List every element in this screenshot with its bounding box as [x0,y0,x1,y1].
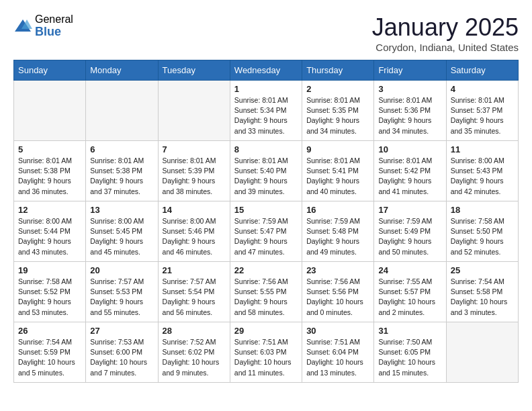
day-detail: Sunrise: 7:55 AMSunset: 5:57 PMDaylight:… [378,277,441,318]
logo-text: General Blue [35,13,73,38]
calendar-cell: 28Sunrise: 7:52 AMSunset: 6:02 PMDayligh… [158,322,230,383]
day-number: 18 [451,205,514,215]
calendar-cell: 21Sunrise: 7:57 AMSunset: 5:54 PMDayligh… [158,262,230,322]
logo-blue: Blue [35,26,73,39]
day-number: 23 [306,265,369,275]
day-number: 25 [451,265,514,275]
calendar-cell [158,81,230,141]
day-detail: Sunrise: 8:01 AMSunset: 5:40 PMDaylight:… [234,156,298,197]
day-number: 26 [18,326,81,336]
calendar-week-2: 5Sunrise: 8:01 AMSunset: 5:38 PMDaylight… [14,141,519,201]
day-detail: Sunrise: 8:01 AMSunset: 5:39 PMDaylight:… [163,156,226,197]
logo-general: General [35,13,73,26]
day-detail: Sunrise: 7:56 AMSunset: 5:56 PMDaylight:… [306,277,369,318]
page-header: General Blue January 2025 Corydon, India… [13,13,519,53]
calendar-cell: 23Sunrise: 7:56 AMSunset: 5:56 PMDayligh… [302,262,374,322]
day-number: 12 [18,205,81,215]
day-detail: Sunrise: 8:01 AMSunset: 5:41 PMDaylight:… [306,156,369,197]
location: Corydon, Indiana, United States [372,42,519,53]
day-detail: Sunrise: 8:01 AMSunset: 5:36 PMDaylight:… [378,95,441,136]
day-detail: Sunrise: 7:50 AMSunset: 6:05 PMDaylight:… [378,337,441,378]
day-detail: Sunrise: 7:58 AMSunset: 5:50 PMDaylight:… [451,216,514,257]
calendar-cell [14,81,86,141]
calendar-week-5: 26Sunrise: 7:54 AMSunset: 5:59 PMDayligh… [14,322,519,383]
calendar-cell: 2Sunrise: 8:01 AMSunset: 5:35 PMDaylight… [302,81,374,141]
day-header-friday: Friday [374,60,446,81]
day-number: 21 [163,265,226,275]
calendar-cell: 24Sunrise: 7:55 AMSunset: 5:57 PMDayligh… [374,262,446,322]
day-header-thursday: Thursday [302,60,374,81]
calendar-cell: 25Sunrise: 7:54 AMSunset: 5:58 PMDayligh… [446,262,518,322]
calendar-cell: 15Sunrise: 7:59 AMSunset: 5:47 PMDayligh… [230,201,302,262]
day-number: 5 [18,144,81,154]
calendar-cell: 10Sunrise: 8:01 AMSunset: 5:42 PMDayligh… [374,141,446,201]
calendar-cell: 18Sunrise: 7:58 AMSunset: 5:50 PMDayligh… [446,201,518,262]
day-detail: Sunrise: 8:00 AMSunset: 5:46 PMDaylight:… [163,216,226,257]
calendar-cell: 29Sunrise: 7:51 AMSunset: 6:03 PMDayligh… [230,322,302,383]
calendar-table: SundayMondayTuesdayWednesdayThursdayFrid… [13,60,519,383]
day-detail: Sunrise: 7:52 AMSunset: 6:02 PMDaylight:… [163,337,226,378]
calendar-cell: 13Sunrise: 8:00 AMSunset: 5:45 PMDayligh… [86,201,158,262]
day-number: 31 [378,326,441,336]
day-number: 16 [306,205,369,215]
day-number: 9 [306,144,369,154]
calendar-cell: 22Sunrise: 7:56 AMSunset: 5:55 PMDayligh… [230,262,302,322]
calendar-cell: 3Sunrise: 8:01 AMSunset: 5:36 PMDaylight… [374,81,446,141]
calendar-cell: 30Sunrise: 7:51 AMSunset: 6:04 PMDayligh… [302,322,374,383]
calendar-cell: 17Sunrise: 7:59 AMSunset: 5:49 PMDayligh… [374,201,446,262]
day-detail: Sunrise: 7:57 AMSunset: 5:53 PMDaylight:… [90,277,153,318]
day-detail: Sunrise: 7:53 AMSunset: 6:00 PMDaylight:… [90,337,153,378]
day-header-monday: Monday [86,60,158,81]
day-number: 19 [18,265,81,275]
day-header-saturday: Saturday [446,60,518,81]
day-header-sunday: Sunday [14,60,86,81]
day-detail: Sunrise: 7:56 AMSunset: 5:55 PMDaylight:… [234,277,298,318]
calendar-week-4: 19Sunrise: 7:58 AMSunset: 5:52 PMDayligh… [14,262,519,322]
day-number: 3 [378,84,441,94]
day-detail: Sunrise: 8:01 AMSunset: 5:42 PMDaylight:… [378,156,441,197]
day-detail: Sunrise: 7:59 AMSunset: 5:48 PMDaylight:… [306,216,369,257]
day-number: 7 [163,144,226,154]
day-number: 14 [163,205,226,215]
day-number: 4 [451,84,514,94]
day-detail: Sunrise: 8:00 AMSunset: 5:45 PMDaylight:… [90,216,153,257]
day-number: 6 [90,144,153,154]
calendar-cell: 26Sunrise: 7:54 AMSunset: 5:59 PMDayligh… [14,322,86,383]
calendar-cell: 27Sunrise: 7:53 AMSunset: 6:00 PMDayligh… [86,322,158,383]
day-detail: Sunrise: 8:01 AMSunset: 5:35 PMDaylight:… [306,95,369,136]
calendar-week-1: 1Sunrise: 8:01 AMSunset: 5:34 PMDaylight… [14,81,519,141]
calendar-cell: 31Sunrise: 7:50 AMSunset: 6:05 PMDayligh… [374,322,446,383]
day-detail: Sunrise: 8:01 AMSunset: 5:37 PMDaylight:… [451,95,514,136]
calendar-cell [86,81,158,141]
calendar-cell: 8Sunrise: 8:01 AMSunset: 5:40 PMDaylight… [230,141,302,201]
day-number: 17 [378,205,441,215]
day-detail: Sunrise: 7:54 AMSunset: 5:58 PMDaylight:… [451,277,514,318]
calendar-cell: 12Sunrise: 8:00 AMSunset: 5:44 PMDayligh… [14,201,86,262]
day-number: 1 [234,84,298,94]
day-header-tuesday: Tuesday [158,60,230,81]
day-number: 27 [90,326,153,336]
day-number: 11 [451,144,514,154]
day-number: 28 [163,326,226,336]
day-number: 30 [306,326,369,336]
calendar-cell: 9Sunrise: 8:01 AMSunset: 5:41 PMDaylight… [302,141,374,201]
calendar-cell: 11Sunrise: 8:00 AMSunset: 5:43 PMDayligh… [446,141,518,201]
day-number: 13 [90,205,153,215]
day-detail: Sunrise: 7:51 AMSunset: 6:03 PMDaylight:… [234,337,298,378]
calendar-header-row: SundayMondayTuesdayWednesdayThursdayFrid… [14,60,519,81]
day-detail: Sunrise: 8:00 AMSunset: 5:44 PMDaylight:… [18,216,81,257]
calendar-cell: 14Sunrise: 8:00 AMSunset: 5:46 PMDayligh… [158,201,230,262]
day-number: 29 [234,326,298,336]
day-detail: Sunrise: 7:54 AMSunset: 5:59 PMDaylight:… [18,337,81,378]
day-number: 22 [234,265,298,275]
month-title: January 2025 [372,13,519,42]
day-detail: Sunrise: 7:57 AMSunset: 5:54 PMDaylight:… [163,277,226,318]
day-number: 20 [90,265,153,275]
calendar-cell: 6Sunrise: 8:01 AMSunset: 5:38 PMDaylight… [86,141,158,201]
day-detail: Sunrise: 7:59 AMSunset: 5:49 PMDaylight:… [378,216,441,257]
day-detail: Sunrise: 7:51 AMSunset: 6:04 PMDaylight:… [306,337,369,378]
logo-icon [13,17,32,36]
title-block: January 2025 Corydon, Indiana, United St… [372,13,519,53]
calendar-cell: 4Sunrise: 8:01 AMSunset: 5:37 PMDaylight… [446,81,518,141]
day-number: 24 [378,265,441,275]
